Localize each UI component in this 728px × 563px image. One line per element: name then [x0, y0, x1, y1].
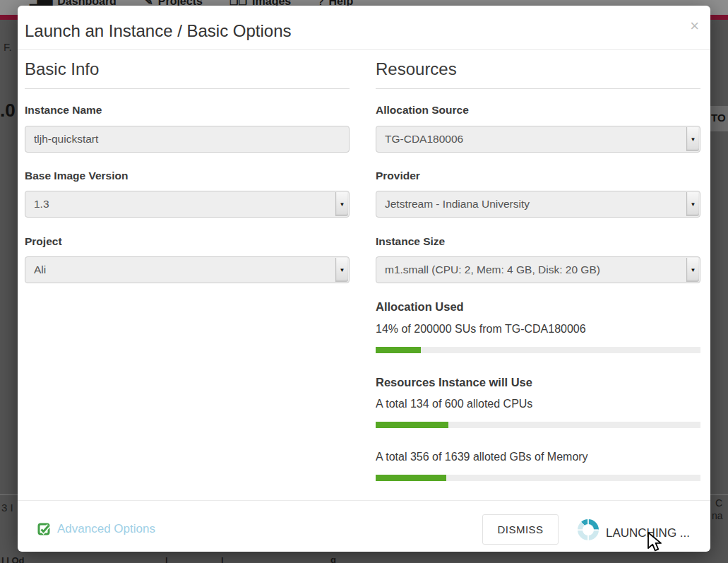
base-image-version-select[interactable]: 1.3 ▼: [25, 191, 350, 218]
instance-name-input[interactable]: [25, 126, 350, 153]
advanced-options-label: Advanced Options: [57, 522, 155, 536]
instance-usage-heading: Resources Instance will Use: [376, 376, 532, 389]
memory-usage-progress: [376, 475, 700, 481]
instance-size-value: m1.small (CPU: 2, Mem: 4 GB, Disk: 20 GB…: [385, 257, 600, 283]
basic-info-heading: Basic Info: [25, 59, 350, 89]
allocation-source-value: TG-CDA180006: [385, 126, 463, 152]
instance-size-label: Instance Size: [376, 235, 445, 248]
memory-usage-text: A total 356 of 1639 alloted GBs of Memor…: [376, 451, 588, 463]
check-square-icon: [37, 523, 51, 536]
resources-heading: Resources: [376, 59, 700, 89]
background-fragment: C: [715, 497, 722, 509]
base-image-version-label: Base Image Version: [25, 170, 128, 182]
screen: ▂▅▇Dashboard✎Projects❐❐Images?Help F..0T…: [0, 0, 728, 563]
background-fragment: na: [712, 510, 723, 521]
provider-select[interactable]: Jetstream - Indiana University ▼: [376, 191, 700, 218]
allocation-used-text: 14% of 200000 SUs from TG-CDA180006: [376, 323, 586, 336]
background-fragment: 3 I: [1, 502, 13, 514]
instance-size-select[interactable]: m1.small (CPU: 2, Mem: 4 GB, Disk: 20 GB…: [376, 256, 700, 283]
footer-divider: [18, 500, 710, 501]
background-fragment: I I Od: [1, 555, 25, 563]
cpu-usage-progress: [376, 422, 700, 428]
allocation-used-progress: [376, 347, 700, 353]
project-label: Project: [25, 235, 62, 248]
provider-label: Provider: [376, 170, 420, 182]
allocation-source-label: Allocation Source: [376, 104, 469, 117]
dismiss-button[interactable]: DISMISS: [482, 514, 559, 545]
launching-status: LAUNCHING ...: [606, 526, 690, 540]
chevron-down-icon: ▼: [686, 192, 699, 216]
background-fragment: TO: [711, 112, 726, 124]
background-fragment: |: [165, 555, 168, 563]
close-icon[interactable]: ×: [690, 18, 699, 34]
modal-title: Launch an Instance / Basic Options: [25, 21, 292, 41]
base-image-version-value: 1.3: [34, 191, 49, 217]
project-select[interactable]: Ali ▼: [25, 256, 350, 283]
advanced-options-link[interactable]: Advanced Options: [37, 522, 155, 536]
allocation-used-heading: Allocation Used: [376, 300, 464, 314]
chevron-down-icon: ▼: [686, 127, 699, 151]
cpu-usage-text: A total 134 of 600 alloted CPUs: [376, 398, 532, 410]
launch-instance-modal: Launch an Instance / Basic Options × Bas…: [18, 6, 710, 552]
chevron-down-icon: ▼: [335, 192, 348, 216]
loading-spinner-icon: [578, 519, 599, 540]
background-fragment: F.: [4, 41, 12, 53]
background-fragment: g: [330, 555, 336, 563]
background-fragment: |: [221, 555, 224, 563]
allocation-source-select[interactable]: TG-CDA180006 ▼: [376, 126, 700, 153]
chevron-down-icon: ▼: [335, 258, 348, 282]
project-value: Ali: [34, 257, 46, 283]
provider-value: Jetstream - Indiana University: [385, 191, 530, 217]
background-fragment: .0: [0, 100, 16, 122]
header-divider: [18, 49, 710, 50]
chevron-down-icon: ▼: [686, 258, 699, 282]
instance-name-label: Instance Name: [25, 104, 102, 117]
